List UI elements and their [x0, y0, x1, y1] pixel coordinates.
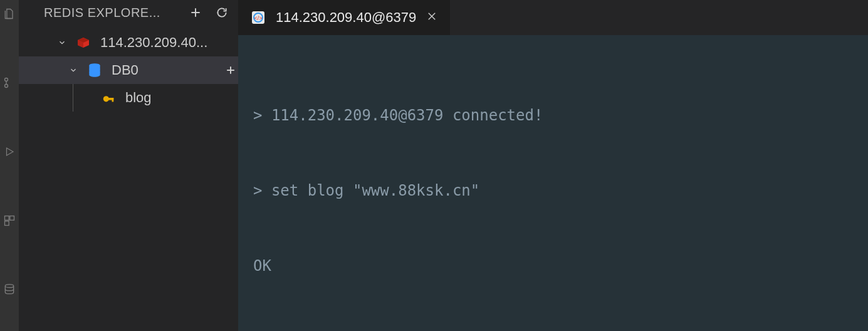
activity-files-icon[interactable]: [3, 8, 16, 20]
database-icon: [86, 62, 103, 78]
key-label: blog: [125, 90, 238, 106]
connection-tree: 114.230.209.40... DB0 blog: [19, 26, 238, 112]
svg-rect-3: [5, 216, 9, 221]
svg-point-6: [5, 285, 13, 288]
terminal-line: > 114.230.209.40@6379 connected!: [253, 103, 853, 128]
activity-database-icon[interactable]: [3, 283, 16, 296]
tree-db-row[interactable]: DB0: [19, 56, 238, 84]
svg-rect-4: [10, 216, 14, 221]
redis-tab-icon: </>: [251, 10, 266, 25]
activity-sourcecontrol-icon[interactable]: [3, 76, 16, 89]
tab-redis-terminal[interactable]: </> 114.230.209.40@6379: [238, 0, 450, 35]
add-connection-button[interactable]: [188, 5, 203, 20]
sidebar-header: REDIS EXPLORE...: [19, 0, 238, 26]
svg-point-0: [5, 78, 8, 81]
tab-label: 114.230.209.40@6379: [276, 9, 416, 26]
activity-bar: [0, 0, 19, 331]
svg-marker-2: [7, 148, 14, 155]
chevron-down-icon: [68, 66, 79, 75]
svg-text:</>: </>: [254, 15, 262, 21]
svg-point-1: [5, 85, 8, 88]
svg-rect-5: [5, 221, 9, 226]
terminal-line: > get blog: [253, 328, 853, 331]
editor-area: </> 114.230.209.40@6379 > 114.230.209.40…: [238, 0, 868, 331]
sidebar: REDIS EXPLORE... 114.230.209.40... DB0: [19, 0, 238, 331]
redis-terminal[interactable]: > 114.230.209.40@6379 connected! > set b…: [238, 35, 868, 331]
terminal-line: > set blog "www.88ksk.cn": [253, 178, 853, 203]
redis-icon: [75, 35, 92, 50]
tree-connection-row[interactable]: 114.230.209.40...: [19, 29, 238, 56]
tab-bar: </> 114.230.209.40@6379: [238, 0, 868, 35]
db-label: DB0: [112, 62, 223, 78]
sidebar-title: REDIS EXPLORE...: [44, 6, 177, 20]
activity-run-icon[interactable]: [3, 145, 16, 158]
key-icon: [100, 91, 117, 105]
chevron-down-icon: [56, 38, 68, 47]
close-icon[interactable]: [426, 9, 437, 26]
activity-extensions-icon[interactable]: [3, 214, 16, 227]
terminal-line: OK: [253, 253, 853, 278]
refresh-button[interactable]: [214, 5, 229, 20]
add-key-button[interactable]: [223, 64, 238, 76]
tree-key-row[interactable]: blog: [19, 84, 238, 112]
svg-rect-17: [112, 98, 114, 102]
connection-label: 114.230.209.40...: [100, 34, 238, 51]
